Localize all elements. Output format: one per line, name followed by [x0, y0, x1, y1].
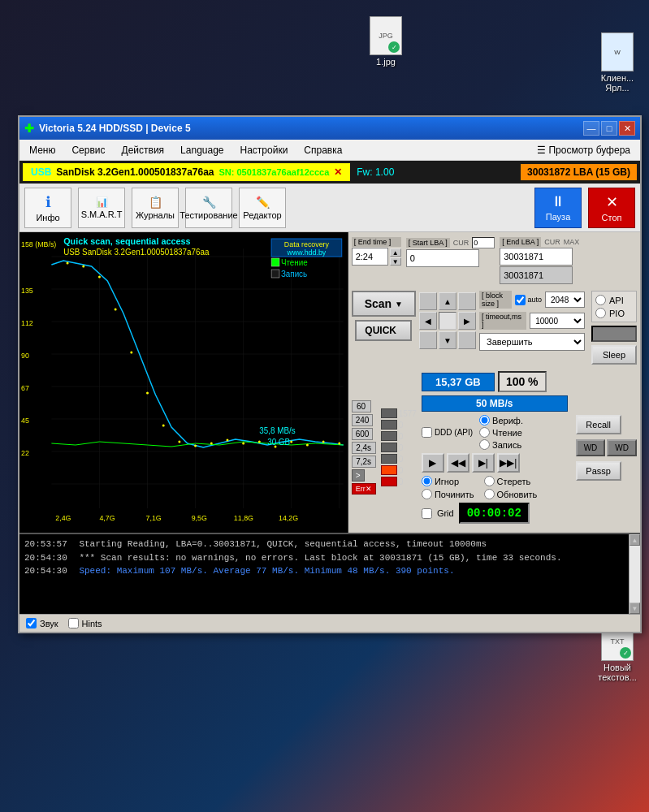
finish-dropdown[interactable]: Завершить: [479, 333, 585, 351]
skip-forward-button[interactable]: ▶|: [472, 453, 495, 473]
grid-timer-row: Grid 00:00:02: [422, 503, 568, 524]
speed-display: 50 MB/s: [422, 395, 568, 412]
menu-service[interactable]: Сервис: [65, 143, 111, 158]
wd-button-1[interactable]: WD: [576, 439, 606, 456]
block-size-select[interactable]: 2048 512 1024: [545, 292, 585, 308]
menu-actions[interactable]: Действия: [115, 143, 171, 158]
editor-button[interactable]: ✏️ Редактор: [239, 188, 286, 228]
timeout-select[interactable]: 10000 5000 2000: [530, 313, 585, 329]
svg-point-24: [210, 443, 213, 445]
skip-end-button[interactable]: ▶▶|: [497, 453, 520, 473]
ddd-checkbox[interactable]: [422, 427, 432, 438]
arrow-left[interactable]: ◀: [419, 312, 437, 330]
menu-help[interactable]: Справка: [297, 143, 348, 158]
bar-err: [381, 477, 397, 486]
end-lba-cur-input[interactable]: [500, 266, 573, 284]
svg-point-32: [338, 443, 340, 445]
verif-radio[interactable]: [479, 415, 490, 425]
scan-button[interactable]: Scan ▼: [352, 291, 416, 317]
quick-button[interactable]: QUICK: [355, 320, 412, 341]
bar-60: [381, 408, 397, 418]
timer-display: 00:00:02: [459, 503, 530, 524]
right-panel: [ End time ] ▲ ▼ [ Start LBA ]: [348, 232, 640, 533]
device-name: SanDisk 3.2Gen1.000501837a76aa: [56, 166, 214, 178]
play-button[interactable]: ▶: [422, 453, 444, 473]
scroll-down-btn[interactable]: ▼: [630, 603, 640, 614]
time-60: 60: [352, 400, 371, 412]
device-tab[interactable]: USB SanDisk 3.2Gen1.000501837a76aa SN: 0…: [23, 163, 350, 181]
repair-radio[interactable]: [422, 489, 432, 499]
testing-button[interactable]: 🔧 Тестирование: [185, 188, 232, 228]
svg-text:90: 90: [21, 352, 29, 360]
journals-icon: 📋: [149, 196, 162, 209]
end-time-input[interactable]: [352, 248, 388, 266]
api-pio-group: API PIO: [591, 291, 637, 322]
stop-button[interactable]: ✕ Стоп: [588, 188, 635, 228]
slider-control[interactable]: [591, 326, 637, 342]
arrow-down-left[interactable]: [419, 331, 437, 349]
ignore-radio[interactable]: [422, 476, 432, 486]
pause-icon: ⏸: [551, 193, 565, 210]
device-info-bar: Fw: 1.00: [357, 166, 394, 178]
hints-checkbox[interactable]: [68, 618, 79, 628]
log-scrollbar[interactable]: ▲ ▼: [629, 534, 640, 614]
svg-point-22: [178, 441, 180, 443]
pio-radio[interactable]: [595, 308, 606, 318]
desktop-icon-jpg[interactable]: JPG ✓ 1.jpg: [357, 16, 414, 67]
arrow-down-right[interactable]: [458, 331, 476, 349]
end-lba-input[interactable]: [500, 248, 573, 266]
smart-label: S.M.A.R.T: [81, 209, 123, 219]
erase-radio[interactable]: [484, 476, 495, 486]
menu-settings[interactable]: Настройки: [234, 143, 295, 158]
rewind-button[interactable]: ◀◀: [447, 453, 469, 473]
arrow-up-left[interactable]: [419, 292, 437, 310]
err-label: Err✕: [352, 483, 376, 495]
arrow-up[interactable]: ▲: [439, 292, 456, 310]
scroll-up-btn[interactable]: ▲: [630, 534, 640, 546]
svg-rect-50: [271, 258, 279, 266]
api-radio[interactable]: [595, 295, 606, 305]
svg-point-17: [98, 276, 101, 279]
quick-label: QUICK: [365, 325, 396, 336]
time-24s: 2,4s: [352, 442, 376, 454]
cur-value-input[interactable]: [472, 237, 495, 248]
tab-close[interactable]: ✕: [334, 166, 342, 178]
smart-button[interactable]: 📊 S.M.A.R.T: [78, 188, 125, 228]
read-radio[interactable]: [479, 427, 490, 438]
desktop-icon-client[interactable]: W Клиен...Ярл...: [589, 32, 646, 93]
close-button[interactable]: ✕: [619, 121, 635, 136]
pause-button[interactable]: ⏸ Пауза: [534, 188, 582, 228]
minimize-button[interactable]: —: [583, 121, 599, 136]
update-radio[interactable]: [484, 489, 495, 499]
write-radio[interactable]: [479, 439, 490, 450]
recall-button[interactable]: Recall: [576, 415, 621, 434]
menu-language[interactable]: Language: [174, 143, 230, 158]
sound-checkbox[interactable]: [26, 618, 37, 628]
info-button[interactable]: ℹ Инфо: [24, 188, 71, 228]
menu-menu[interactable]: Меню: [23, 143, 62, 158]
arrow-right[interactable]: ▶: [458, 312, 476, 330]
grid-checkbox[interactable]: [422, 508, 432, 519]
svg-text:4,7G: 4,7G: [99, 514, 115, 522]
chart-area: 158 (MB/s) 135 112 90 67 45 22 2,4G 4,7G…: [19, 232, 348, 533]
log-text-3: Speed: Maximum 107 MB/s. Average 77 MB/s…: [79, 566, 454, 576]
count-600: 0: [399, 432, 404, 441]
stop-icon: ✕: [606, 193, 618, 211]
svg-point-30: [306, 444, 309, 447]
svg-text:158 (MB/s): 158 (MB/s): [21, 240, 56, 248]
start-lba-input[interactable]: [406, 249, 479, 267]
time-down-btn[interactable]: ▼: [390, 257, 401, 266]
sleep-button[interactable]: Sleep: [591, 345, 637, 365]
arrow-down[interactable]: ▼: [439, 331, 456, 349]
maximize-button[interactable]: □: [601, 121, 617, 136]
passp-button[interactable]: Passp: [576, 461, 621, 481]
time-up-btn[interactable]: ▲: [390, 248, 401, 257]
arrow-up-right[interactable]: [458, 292, 476, 310]
log-time-2: 20:54:30: [24, 553, 67, 563]
auto-checkbox[interactable]: [515, 295, 526, 305]
journals-button[interactable]: 📋 Журналы: [132, 188, 179, 228]
arrow-center: [439, 312, 456, 330]
wd-button-2[interactable]: WD: [607, 439, 637, 456]
menu-view-buffer[interactable]: ☰ Просмотр буфера: [530, 143, 637, 158]
update-label: Обновить: [497, 490, 538, 499]
